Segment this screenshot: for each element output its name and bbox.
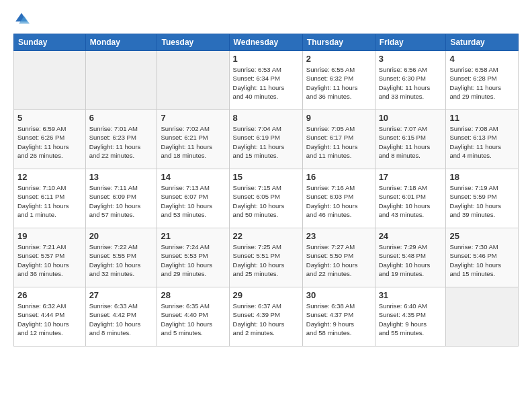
day-info: Sunrise: 7:19 AM Sunset: 5:59 PM Dayligh…: [449, 183, 515, 219]
day-info: Sunrise: 6:53 AM Sunset: 6:34 PM Dayligh…: [233, 65, 299, 101]
day-info: Sunrise: 7:04 AM Sunset: 6:19 PM Dayligh…: [233, 124, 299, 160]
day-number: 10: [379, 113, 443, 123]
day-number: 12: [17, 172, 82, 182]
day-cell: [85, 51, 157, 110]
day-cell: 1Sunrise: 6:53 AM Sunset: 6:34 PM Daylig…: [229, 51, 302, 110]
day-info: Sunrise: 7:05 AM Sunset: 6:17 PM Dayligh…: [306, 124, 371, 160]
week-row: 19Sunrise: 7:21 AM Sunset: 5:57 PM Dayli…: [14, 228, 519, 287]
day-cell: 20Sunrise: 7:22 AM Sunset: 5:55 PM Dayli…: [85, 228, 157, 287]
day-number: 2: [306, 54, 371, 64]
day-info: Sunrise: 6:56 AM Sunset: 6:30 PM Dayligh…: [379, 65, 443, 101]
week-row: 12Sunrise: 7:10 AM Sunset: 6:11 PM Dayli…: [14, 169, 519, 228]
day-info: Sunrise: 7:11 AM Sunset: 6:09 PM Dayligh…: [89, 183, 154, 219]
day-number: 8: [233, 113, 299, 123]
day-number: 28: [161, 290, 225, 300]
day-info: Sunrise: 7:16 AM Sunset: 6:03 PM Dayligh…: [306, 183, 371, 219]
day-cell: 23Sunrise: 7:27 AM Sunset: 5:50 PM Dayli…: [302, 228, 375, 287]
day-info: Sunrise: 7:25 AM Sunset: 5:51 PM Dayligh…: [233, 242, 299, 278]
day-cell: 3Sunrise: 6:56 AM Sunset: 6:30 PM Daylig…: [375, 51, 446, 110]
day-number: 16: [306, 172, 371, 182]
logo-icon: [13, 11, 30, 27]
day-cell: 26Sunrise: 6:32 AM Sunset: 4:44 PM Dayli…: [14, 287, 86, 347]
day-number: 5: [17, 113, 82, 123]
day-number: 6: [89, 113, 154, 123]
day-number: 13: [89, 172, 154, 182]
day-number: 17: [379, 172, 443, 182]
day-info: Sunrise: 7:21 AM Sunset: 5:57 PM Dayligh…: [17, 242, 82, 278]
day-number: 24: [379, 231, 443, 241]
day-number: 11: [449, 113, 515, 123]
day-info: Sunrise: 7:02 AM Sunset: 6:21 PM Dayligh…: [161, 124, 225, 160]
day-cell: 12Sunrise: 7:10 AM Sunset: 6:11 PM Dayli…: [14, 169, 86, 228]
day-cell: [157, 51, 229, 110]
day-cell: 21Sunrise: 7:24 AM Sunset: 5:53 PM Dayli…: [157, 228, 229, 287]
day-number: 25: [449, 231, 515, 241]
day-cell: 19Sunrise: 7:21 AM Sunset: 5:57 PM Dayli…: [14, 228, 86, 287]
day-info: Sunrise: 7:18 AM Sunset: 6:01 PM Dayligh…: [379, 183, 443, 219]
day-number: 15: [233, 172, 299, 182]
day-number: 27: [89, 290, 154, 300]
day-cell: 15Sunrise: 7:15 AM Sunset: 6:05 PM Dayli…: [229, 169, 302, 228]
day-cell: 25Sunrise: 7:30 AM Sunset: 5:46 PM Dayli…: [446, 228, 519, 287]
day-header-sunday: Sunday: [14, 34, 86, 51]
week-row: 1Sunrise: 6:53 AM Sunset: 6:34 PM Daylig…: [14, 51, 519, 110]
day-header-wednesday: Wednesday: [229, 34, 302, 51]
day-info: Sunrise: 6:38 AM Sunset: 4:37 PM Dayligh…: [306, 302, 371, 337]
day-info: Sunrise: 7:01 AM Sunset: 6:23 PM Dayligh…: [89, 124, 154, 160]
day-header-monday: Monday: [85, 34, 157, 51]
day-info: Sunrise: 7:15 AM Sunset: 6:05 PM Dayligh…: [233, 183, 299, 219]
header: [13, 11, 519, 27]
day-number: 9: [306, 113, 371, 123]
day-number: 19: [17, 231, 82, 241]
week-row: 5Sunrise: 6:59 AM Sunset: 6:26 PM Daylig…: [14, 110, 519, 169]
day-cell: 10Sunrise: 7:07 AM Sunset: 6:15 PM Dayli…: [375, 110, 446, 169]
day-cell: 6Sunrise: 7:01 AM Sunset: 6:23 PM Daylig…: [85, 110, 157, 169]
day-info: Sunrise: 6:35 AM Sunset: 4:40 PM Dayligh…: [161, 302, 225, 337]
day-number: 1: [233, 54, 299, 64]
day-number: 18: [449, 172, 515, 182]
day-number: 29: [233, 290, 299, 300]
day-cell: 11Sunrise: 7:08 AM Sunset: 6:13 PM Dayli…: [446, 110, 519, 169]
week-row: 26Sunrise: 6:32 AM Sunset: 4:44 PM Dayli…: [14, 287, 519, 347]
day-cell: 7Sunrise: 7:02 AM Sunset: 6:21 PM Daylig…: [157, 110, 229, 169]
day-cell: 14Sunrise: 7:13 AM Sunset: 6:07 PM Dayli…: [157, 169, 229, 228]
calendar: SundayMondayTuesdayWednesdayThursdayFrid…: [13, 34, 519, 347]
day-header-saturday: Saturday: [446, 34, 519, 51]
day-info: Sunrise: 7:24 AM Sunset: 5:53 PM Dayligh…: [161, 242, 225, 278]
day-header-thursday: Thursday: [302, 34, 375, 51]
day-number: 22: [233, 231, 299, 241]
day-number: 23: [306, 231, 371, 241]
day-cell: 17Sunrise: 7:18 AM Sunset: 6:01 PM Dayli…: [375, 169, 446, 228]
day-cell: 2Sunrise: 6:55 AM Sunset: 6:32 PM Daylig…: [302, 51, 375, 110]
day-cell: 13Sunrise: 7:11 AM Sunset: 6:09 PM Dayli…: [85, 169, 157, 228]
day-info: Sunrise: 7:07 AM Sunset: 6:15 PM Dayligh…: [379, 124, 443, 160]
day-number: 4: [449, 54, 515, 64]
day-cell: 18Sunrise: 7:19 AM Sunset: 5:59 PM Dayli…: [446, 169, 519, 228]
day-cell: 29Sunrise: 6:37 AM Sunset: 4:39 PM Dayli…: [229, 287, 302, 347]
day-cell: [446, 287, 519, 347]
day-number: 7: [161, 113, 225, 123]
day-info: Sunrise: 7:13 AM Sunset: 6:07 PM Dayligh…: [161, 183, 225, 219]
page: SundayMondayTuesdayWednesdayThursdayFrid…: [0, 0, 532, 411]
day-info: Sunrise: 6:58 AM Sunset: 6:28 PM Dayligh…: [449, 65, 515, 101]
day-info: Sunrise: 7:08 AM Sunset: 6:13 PM Dayligh…: [449, 124, 515, 160]
day-number: 21: [161, 231, 225, 241]
day-cell: 27Sunrise: 6:33 AM Sunset: 4:42 PM Dayli…: [85, 287, 157, 347]
day-cell: 8Sunrise: 7:04 AM Sunset: 6:19 PM Daylig…: [229, 110, 302, 169]
day-info: Sunrise: 6:55 AM Sunset: 6:32 PM Dayligh…: [306, 65, 371, 101]
day-number: 3: [379, 54, 443, 64]
day-cell: 30Sunrise: 6:38 AM Sunset: 4:37 PM Dayli…: [302, 287, 375, 347]
day-info: Sunrise: 7:30 AM Sunset: 5:46 PM Dayligh…: [449, 242, 515, 278]
logo: [13, 11, 32, 27]
day-cell: [14, 51, 86, 110]
day-info: Sunrise: 6:40 AM Sunset: 4:35 PM Dayligh…: [379, 302, 443, 337]
day-info: Sunrise: 6:33 AM Sunset: 4:42 PM Dayligh…: [89, 302, 154, 337]
day-number: 26: [17, 290, 82, 300]
day-info: Sunrise: 7:29 AM Sunset: 5:48 PM Dayligh…: [379, 242, 443, 278]
day-cell: 9Sunrise: 7:05 AM Sunset: 6:17 PM Daylig…: [302, 110, 375, 169]
day-cell: 4Sunrise: 6:58 AM Sunset: 6:28 PM Daylig…: [446, 51, 519, 110]
day-info: Sunrise: 6:32 AM Sunset: 4:44 PM Dayligh…: [17, 302, 82, 337]
header-row: SundayMondayTuesdayWednesdayThursdayFrid…: [14, 34, 519, 51]
day-cell: 22Sunrise: 7:25 AM Sunset: 5:51 PM Dayli…: [229, 228, 302, 287]
day-info: Sunrise: 6:37 AM Sunset: 4:39 PM Dayligh…: [233, 302, 299, 337]
